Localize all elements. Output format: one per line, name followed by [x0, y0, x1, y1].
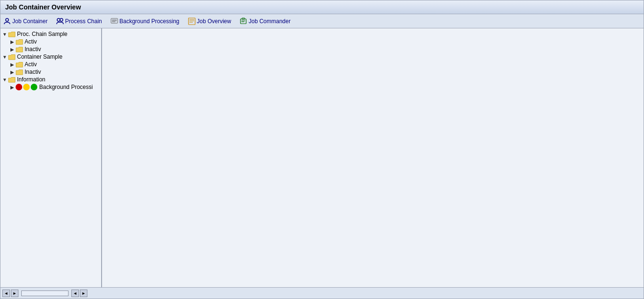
tree-node-information[interactable]: ▼ Information: [0, 76, 101, 83]
tree-label-proc-inactiv: Inactiv: [25, 46, 41, 53]
toolbar-background-processing-label: Background Processing: [120, 18, 180, 25]
expand-icon-proc-activ[interactable]: ▶: [9, 38, 16, 45]
svg-point-1: [57, 18, 60, 21]
folder-icon-proc-inactiv: [16, 46, 23, 53]
svg-point-0: [6, 18, 9, 21]
tree-node-proc-chain-sample[interactable]: ▼ Proc. Chain Sample: [0, 30, 101, 38]
expand-icon-container-inactiv[interactable]: ▶: [9, 69, 16, 75]
scroll-left-outer-btn[interactable]: ◄: [71, 290, 79, 297]
content-area: [102, 28, 644, 287]
main-area: ▼ Proc. Chain Sample ▶ Activ: [0, 28, 644, 287]
tree-node-proc-inactiv[interactable]: ▶ Inactiv: [0, 45, 101, 53]
tree-node-background-proc[interactable]: ▶ Background Processi: [0, 83, 101, 91]
scroll-left-btn[interactable]: ◄: [2, 290, 10, 297]
expand-icon-container-sample[interactable]: ▼: [1, 53, 8, 60]
scroll-right-outer-btn[interactable]: ►: [80, 290, 87, 297]
tree-label-proc-chain-sample: Proc. Chain Sample: [17, 31, 68, 37]
tree-label-container-activ: Activ: [25, 61, 37, 68]
tree-label-background-proc: Background Processi: [39, 84, 93, 90]
status-red-icon: [16, 84, 22, 90]
tree-label-container-sample: Container Sample: [17, 53, 62, 60]
main-window: Job Container Overview Job Container: [0, 0, 644, 299]
expand-icon-proc-chain[interactable]: ▼: [1, 31, 8, 37]
toolbar-job-commander[interactable]: Job Commander: [240, 18, 291, 25]
job-commander-icon: [240, 18, 247, 25]
svg-point-2: [60, 18, 63, 21]
title-bar: Job Container Overview: [0, 0, 644, 14]
folder-icon-proc-chain: [8, 31, 16, 37]
process-chain-icon: [56, 18, 64, 25]
toolbar-job-commander-label: Job Commander: [249, 18, 291, 25]
toolbar-process-chain-label: Process Chain: [65, 18, 102, 25]
tree-label-proc-activ: Activ: [25, 38, 37, 45]
toolbar-job-container-label: Job Container: [12, 18, 48, 25]
toolbar-job-container[interactable]: Job Container: [3, 18, 48, 25]
window-title: Job Container Overview: [5, 3, 81, 11]
tree-node-container-inactiv[interactable]: ▶ Inactiv: [0, 68, 101, 76]
tree-sidebar: ▼ Proc. Chain Sample ▶ Activ: [0, 28, 102, 287]
background-processing-icon: [111, 18, 118, 25]
folder-icon-information: [8, 76, 16, 83]
tree-label-container-inactiv: Inactiv: [25, 69, 41, 75]
folder-icon-container-activ: [16, 61, 23, 68]
toolbar-job-overview-label: Job Overview: [197, 18, 232, 25]
folder-icon-proc-activ: [16, 38, 23, 45]
status-green-icon: [31, 84, 37, 90]
tree-label-information: Information: [17, 76, 45, 83]
expand-icon-background-proc[interactable]: ▶: [9, 84, 16, 90]
bottom-bar: ◄ ► ◄ ►: [0, 287, 644, 299]
tree-node-container-sample[interactable]: ▼ Container Sample: [0, 53, 101, 61]
scroll-right-btn-inner[interactable]: ►: [11, 290, 18, 297]
job-container-icon: [3, 18, 11, 25]
toolbar-job-overview[interactable]: Job Overview: [188, 18, 232, 25]
tree-node-proc-activ[interactable]: ▶ Activ: [0, 38, 101, 45]
toolbar-process-chain[interactable]: Process Chain: [56, 18, 102, 25]
tree-node-container-activ[interactable]: ▶ Activ: [0, 61, 101, 68]
folder-icon-container-sample: [8, 53, 16, 60]
svg-rect-7: [189, 18, 195, 25]
folder-icon-container-inactiv: [16, 69, 23, 75]
horizontal-scroll-track[interactable]: [21, 290, 69, 296]
expand-icon-information[interactable]: ▼: [1, 76, 8, 83]
expand-icon-proc-inactiv[interactable]: ▶: [9, 46, 16, 53]
toolbar: Job Container Process Chain: [0, 14, 644, 28]
job-overview-icon: [188, 18, 196, 25]
toolbar-background-processing[interactable]: Background Processing: [111, 18, 180, 25]
expand-icon-container-activ[interactable]: ▶: [9, 61, 16, 68]
status-yellow-icon: [23, 84, 30, 90]
